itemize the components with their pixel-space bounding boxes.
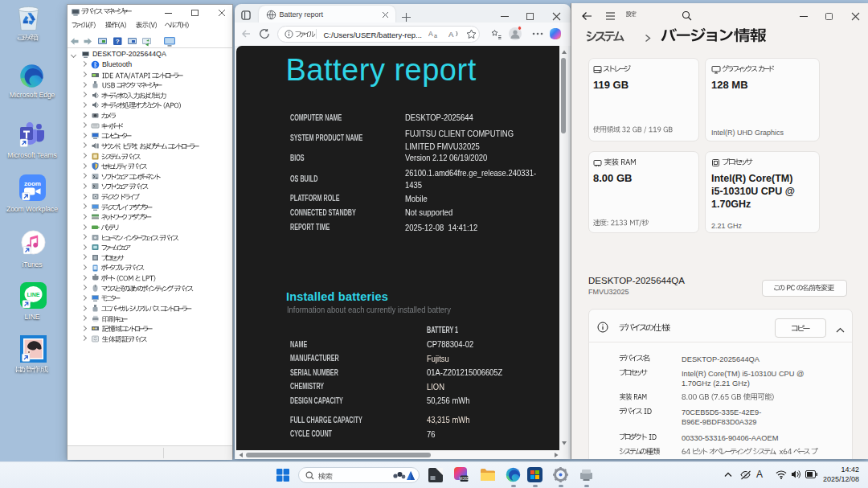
svg-text:M365: M365 (460, 477, 469, 481)
svg-text:A: A (448, 30, 454, 39)
svg-text:a: a (434, 33, 437, 39)
svg-text:LINE: LINE (27, 292, 40, 297)
svg-text:zoom: zoom (24, 180, 41, 187)
svg-text:?: ? (116, 38, 120, 45)
svg-text:A: A (428, 30, 433, 38)
